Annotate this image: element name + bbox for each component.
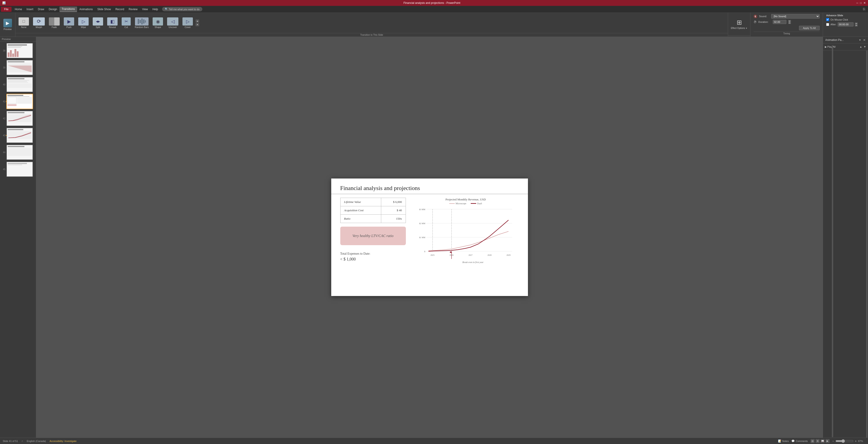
menu-item-view[interactable]: View — [140, 7, 150, 12]
slide-num-40: 40 — [1, 83, 5, 86]
slide-item-38[interactable]: 38 — [1, 42, 35, 59]
menu-item-home[interactable]: Home — [12, 7, 24, 12]
advance-slide-label: Advance Slide — [826, 14, 865, 17]
transition-randombars[interactable]: Random Bars — [133, 16, 150, 29]
right-panel-scroll — [823, 50, 868, 438]
slide-item-45[interactable]: 45 — [1, 161, 35, 177]
svg-text:2028: 2028 — [488, 254, 492, 256]
slides-panel-label: Preview — [0, 37, 36, 42]
zoom-slider[interactable] — [835, 439, 854, 443]
duration-input[interactable] — [773, 20, 786, 24]
slide-num-42: 42 — [1, 117, 5, 120]
menu-item-animations[interactable]: Animations — [77, 7, 95, 12]
on-mouse-click-checkbox[interactable] — [826, 18, 829, 21]
play-all-button[interactable]: ▶ Play All — [825, 45, 858, 48]
timing-section: 🔇 Sound: [No Sound] ⏱ Duration: ▲ ▼ Appl… — [750, 13, 823, 37]
app-icon: 📊 — [2, 1, 6, 4]
menu-item-transitions[interactable]: Transitions — [59, 6, 77, 12]
scroll-up-arrow[interactable]: ▲ — [195, 20, 199, 23]
transition-none[interactable]: □ None — [17, 16, 31, 29]
transition-uncover[interactable]: ◁ Uncover — [165, 16, 180, 29]
search-icon: 🔍 — [165, 8, 168, 11]
randombars-label: Random Bars — [135, 26, 149, 29]
menu-item-record[interactable]: Record — [113, 7, 126, 12]
bottom-bar: Slide 41 of 51 ⑃ English (Canada) Access… — [0, 438, 868, 444]
menu-item-help[interactable]: Help — [150, 7, 160, 12]
maximize-icon[interactable]: □ — [860, 1, 862, 4]
effect-options-button[interactable]: ⊞ Effect Options ▼ — [728, 13, 750, 35]
transition-wipe[interactable]: ▷ Wipe — [76, 16, 90, 29]
slide-canvas[interactable]: Financial analysis and projections Lifet… — [331, 178, 528, 296]
after-spinner[interactable]: ▲ ▼ — [855, 23, 858, 27]
after-input[interactable] — [838, 22, 854, 27]
anim-up-arrow[interactable]: ▲ — [860, 45, 862, 48]
transition-shape[interactable]: ◉ Shape — [151, 16, 165, 29]
slide-star-43: ★ — [5, 134, 7, 136]
close-icon[interactable]: ✕ — [864, 1, 866, 4]
normal-view-icon[interactable]: ▤ — [811, 439, 815, 443]
sound-icon: 🔇 — [753, 15, 757, 18]
slide-item-41[interactable]: 41 ★ — [1, 93, 35, 110]
panel-close-btn[interactable]: ✕ — [863, 38, 866, 42]
transition-morph[interactable]: ⟳ Morph — [31, 16, 46, 29]
slide-thumb-38 — [6, 43, 33, 58]
svg-text:$2 MM: $2 MM — [419, 223, 425, 225]
slide-item-40[interactable]: 40 — [1, 76, 35, 93]
file-menu-btn[interactable]: File — [1, 7, 11, 12]
wipe-icon: ▷ — [78, 18, 89, 26]
window-controls[interactable]: ─ □ ✕ — [856, 1, 866, 4]
panel-dropdown-arrow[interactable]: ▼ — [859, 39, 861, 41]
slide-num-43: 43 — [1, 134, 5, 137]
scroll-down-arrow[interactable]: ▼ — [195, 23, 199, 26]
menu-item-insert[interactable]: Insert — [24, 7, 35, 12]
transition-reveal[interactable]: ◧ Reveal — [105, 16, 119, 29]
ribbon-scroll-arrows: ▲ ▼ — [195, 20, 199, 26]
zoom-in-icon[interactable]: + — [855, 439, 857, 443]
svg-rect-4 — [145, 20, 146, 23]
menu-item-design[interactable]: Design — [46, 7, 59, 12]
svg-rect-0 — [138, 19, 139, 24]
zoom-bar: − + 87% — [832, 439, 865, 443]
pink-box: Very healthy LTV/CAC ratio — [340, 227, 406, 245]
after-checkbox[interactable] — [826, 23, 829, 26]
right-panel-scrollbar[interactable] — [866, 50, 868, 438]
expenses-label: Total Expenses to Date: — [340, 252, 406, 255]
slide-item-39[interactable]: 39 — [1, 60, 35, 76]
transition-split[interactable]: ◀▶ Split — [91, 16, 105, 29]
transition-push[interactable]: ▶ Push — [62, 16, 76, 29]
search-bar[interactable]: 🔍 Tell me what you want to do — [162, 7, 203, 11]
minimize-icon[interactable]: ─ — [856, 1, 858, 4]
menu-item-slideshow[interactable]: Slide Show — [95, 7, 113, 12]
slide-item-44[interactable]: 44 — [1, 144, 35, 161]
slide-item-42[interactable]: 42 — [1, 110, 35, 127]
zoom-out-icon[interactable]: − — [832, 439, 834, 443]
expenses-value: < $ 1,000 — [340, 257, 406, 262]
slideshow-icon[interactable]: ▶ — [826, 439, 830, 443]
anim-down-arrow[interactable]: ▼ — [864, 45, 866, 48]
reveal-label: Reveal — [109, 26, 116, 29]
settings-icon[interactable]: ⎘ — [861, 7, 867, 11]
slide-item-43[interactable]: 43 ★ — [1, 127, 35, 143]
menu-item-draw[interactable]: Draw — [35, 7, 46, 12]
duration-spinner[interactable]: ▲ ▼ — [788, 20, 791, 24]
uncover-label: Uncover — [169, 26, 177, 29]
svg-text:2029: 2029 — [506, 254, 511, 256]
push-icon: ▶ — [64, 18, 74, 26]
table-cell-acq-label: Acquisition Cost — [340, 206, 381, 215]
slide-thumb-40 — [6, 77, 33, 92]
transition-cover[interactable]: ▷ Cover — [181, 16, 195, 29]
comments-button[interactable]: 💬 Comments — [792, 440, 808, 443]
reading-view-icon[interactable]: 📖 — [820, 439, 825, 443]
notes-button[interactable]: 📝 Notes — [778, 440, 789, 443]
slide-sorter-icon[interactable]: ⊞ — [815, 439, 819, 443]
apply-to-all-button[interactable]: Apply To All — [799, 26, 819, 30]
timing-duration-row: ⏱ Duration: ▲ ▼ — [753, 20, 819, 24]
notes-label: Notes — [782, 440, 789, 442]
preview-button[interactable]: ▶ Preview — [2, 18, 13, 31]
menu-item-review[interactable]: Review — [126, 7, 140, 12]
sound-select[interactable]: [No Sound] — [771, 14, 819, 19]
transition-cut[interactable]: ✂ Cut — [120, 16, 132, 29]
transition-fade[interactable]: Fade — [47, 16, 62, 29]
slide-num-39: 39 — [1, 66, 5, 69]
table-cell-acq-value: $ 40 — [381, 206, 406, 215]
